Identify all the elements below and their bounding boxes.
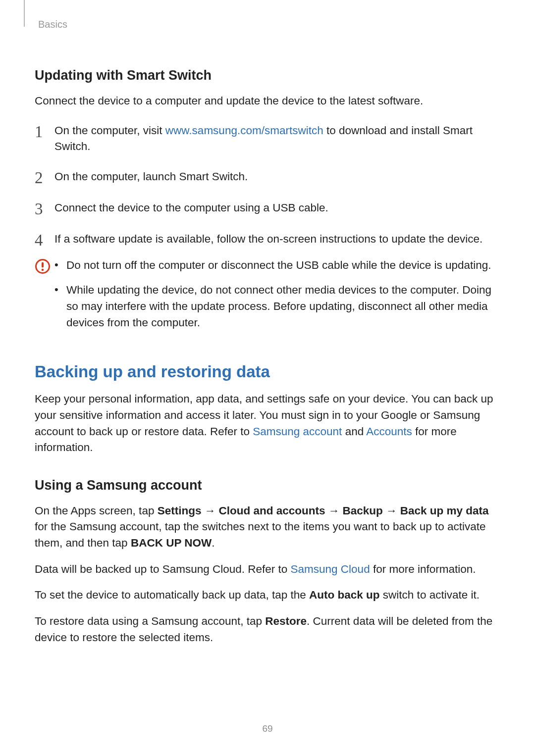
breadcrumb: Basics — [35, 0, 500, 30]
text: Data will be backed up to Samsung Cloud.… — [35, 563, 291, 575]
step-text: On the computer, visit www.samsung.com/s… — [54, 123, 500, 155]
bold-settings: Settings — [158, 504, 202, 517]
link-accounts[interactable]: Accounts — [366, 425, 412, 438]
bullet-text: While updating the device, do not connec… — [66, 282, 500, 331]
sub-heading-samsung-account: Using a Samsung account — [35, 478, 500, 493]
page-number: 69 — [0, 723, 535, 734]
arrow: → — [201, 504, 218, 517]
arrow: → — [383, 504, 400, 517]
step-number: 3 — [35, 200, 54, 217]
text: To restore data using a Samsung account,… — [35, 615, 265, 627]
text: switch to activate it. — [380, 589, 480, 601]
caution-block: • Do not turn off the computer or discon… — [35, 257, 500, 331]
text: To set the device to automatically back … — [35, 589, 309, 601]
step-text: On the computer, launch Smart Switch. — [54, 169, 500, 185]
section-heading-updating: Updating with Smart Switch — [35, 68, 500, 83]
breadcrumb-divider — [24, 0, 25, 27]
bullet-dot-icon: • — [54, 257, 66, 273]
caution-icon — [35, 257, 54, 274]
text: and — [342, 425, 366, 438]
text: . — [212, 537, 214, 549]
bold-auto-back-up: Auto back up — [309, 589, 380, 601]
text: On the Apps screen, tap — [35, 504, 158, 517]
step-number: 1 — [35, 123, 54, 140]
svg-point-2 — [42, 268, 44, 271]
text: for more information. — [370, 563, 476, 575]
bullet-item: • Do not turn off the computer or discon… — [54, 257, 500, 274]
paragraph-backup-path: On the Apps screen, tap Settings → Cloud… — [35, 503, 500, 552]
steps-list: 1 On the computer, visit www.samsung.com… — [35, 123, 500, 249]
bold-cloud-accounts: Cloud and accounts — [218, 504, 325, 517]
link-samsung-account[interactable]: Samsung account — [253, 425, 342, 438]
bold-backup-my-data: Back up my data — [400, 504, 489, 517]
step-text: If a software update is available, follo… — [54, 231, 500, 248]
intro-paragraph: Connect the device to a computer and upd… — [35, 93, 500, 109]
backup-intro-paragraph: Keep your personal information, app data… — [35, 391, 500, 456]
step-text: Connect the device to the computer using… — [54, 200, 500, 216]
text: for the Samsung account, tap the switche… — [35, 520, 486, 549]
bullet-text: Do not turn off the computer or disconne… — [66, 257, 500, 274]
bold-backup: Backup — [342, 504, 382, 517]
arrow: → — [325, 504, 342, 517]
paragraph-restore: To restore data using a Samsung account,… — [35, 613, 500, 646]
step-1: 1 On the computer, visit www.samsung.com… — [35, 123, 500, 155]
breadcrumb-label: Basics — [38, 19, 67, 30]
step-3: 3 Connect the device to the computer usi… — [35, 200, 500, 217]
caution-bullets: • Do not turn off the computer or discon… — [54, 257, 500, 331]
bullet-dot-icon: • — [54, 282, 66, 298]
step-4: 4 If a software update is available, fol… — [35, 231, 500, 249]
step-number: 2 — [35, 169, 54, 186]
bold-back-up-now: BACK UP NOW — [131, 537, 212, 549]
step-2: 2 On the computer, launch Smart Switch. — [35, 169, 500, 186]
svg-rect-1 — [42, 262, 44, 267]
bold-restore: Restore — [265, 615, 307, 627]
paragraph-auto-backup: To set the device to automatically back … — [35, 587, 500, 604]
link-smartswitch-url[interactable]: www.samsung.com/smartswitch — [165, 124, 323, 137]
link-samsung-cloud[interactable]: Samsung Cloud — [291, 563, 370, 575]
text: On the computer, visit — [54, 124, 165, 137]
step-number: 4 — [35, 231, 54, 249]
major-heading-backing-up: Backing up and restoring data — [35, 362, 500, 381]
paragraph-samsung-cloud: Data will be backed up to Samsung Cloud.… — [35, 561, 500, 578]
bullet-item: • While updating the device, do not conn… — [54, 282, 500, 331]
